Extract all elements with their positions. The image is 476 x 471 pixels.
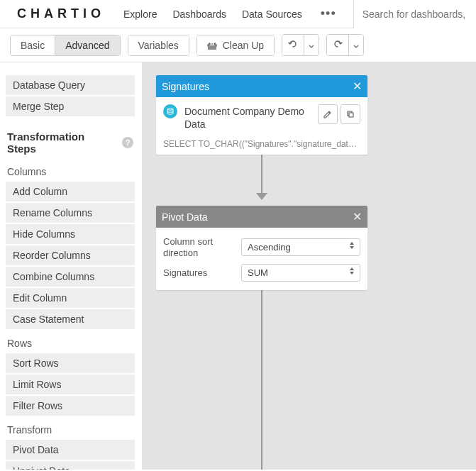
signatures-node-body: Document Company Demo Data SELECT TO_CHA…	[156, 97, 367, 155]
svg-rect-1	[349, 113, 353, 117]
redo-icon	[333, 39, 343, 49]
heading-label: Transformation Steps	[7, 131, 116, 155]
variables-group: Variables	[128, 35, 189, 56]
node-title: Pivot Data	[162, 211, 353, 223]
columns-subheading: Columns	[6, 159, 135, 182]
edit-button[interactable]	[318, 104, 338, 124]
sql-preview: SELECT TO_CHAR(("Signatures"."signature_…	[163, 136, 360, 149]
main: Database Query Merge Step Transformation…	[0, 62, 476, 470]
sidebar-item-pivot-data[interactable]: Pivot Data	[6, 440, 135, 460]
sidebar-item-rename-columns[interactable]: Rename Columns	[6, 203, 135, 223]
chevron-down-icon	[309, 45, 314, 49]
sidebar-item-sort-rows[interactable]: Sort Rows	[6, 353, 135, 373]
close-icon[interactable]: ✕	[353, 210, 362, 223]
nav-explore[interactable]: Explore	[123, 9, 157, 20]
search-container	[353, 0, 476, 28]
undo-dropdown[interactable]	[304, 35, 319, 55]
copy-icon	[346, 110, 355, 118]
column-sort-select[interactable]: Ascending	[241, 238, 360, 256]
undo-icon	[288, 39, 298, 49]
sidebar-item-limit-rows[interactable]: Limit Rows	[6, 375, 135, 394]
sidebar-item-edit-column[interactable]: Edit Column	[6, 288, 135, 308]
chevron-down-icon	[353, 45, 359, 49]
pivot-node[interactable]: Pivot Data ✕ Column sort direction Ascen…	[156, 206, 367, 290]
help-icon[interactable]: ?	[122, 137, 133, 148]
arrow-down-icon	[256, 193, 267, 200]
top-header: CHARTIO Explore Dashboards Data Sources …	[0, 0, 476, 28]
close-icon[interactable]: ✕	[353, 79, 362, 93]
sidebar-item-merge-step[interactable]: Merge Step	[6, 96, 135, 116]
cleanup-group: Clean Up	[197, 35, 275, 56]
copy-button[interactable]	[341, 104, 360, 124]
toolbar: Basic Advanced Variables Clean Up	[0, 28, 476, 62]
undo-button[interactable]	[282, 35, 304, 55]
redo-dropdown[interactable]	[349, 35, 363, 55]
pivot-node-body: Column sort direction Ascending Signatur…	[156, 228, 367, 290]
sidebar-item-unpivot-data[interactable]: Unpivot Data	[6, 461, 135, 470]
sidebar-item-reorder-columns[interactable]: Reorder Columns	[6, 245, 135, 265]
sidebar-item-combine-columns[interactable]: Combine Columns	[6, 267, 135, 287]
more-menu-icon[interactable]: •••	[318, 6, 339, 21]
mode-toggle: Basic Advanced	[10, 35, 121, 56]
sidebar-item-database-query[interactable]: Database Query	[6, 75, 135, 95]
basic-tab[interactable]: Basic	[11, 35, 55, 55]
logo: CHARTIO	[0, 6, 118, 21]
cleanup-icon	[207, 42, 217, 50]
nav-data-sources[interactable]: Data Sources	[242, 9, 302, 20]
column-sort-label: Column sort direction	[163, 236, 234, 258]
pivot-node-header[interactable]: Pivot Data ✕	[156, 206, 367, 228]
sidebar-item-case-statement[interactable]: Case Statement	[6, 309, 135, 329]
pencil-icon	[323, 110, 332, 118]
redo-button[interactable]	[327, 35, 349, 55]
search-input[interactable]	[353, 0, 476, 28]
node-title: Signatures	[162, 81, 353, 92]
signatures-label: Signatures	[163, 267, 234, 279]
sidebar-item-add-column[interactable]: Add Column	[6, 182, 135, 201]
pipeline-canvas[interactable]: Signatures ✕ Document Company Demo Data	[142, 62, 476, 470]
redo-group	[326, 34, 364, 56]
cleanup-button[interactable]: Clean Up	[197, 35, 274, 55]
transformation-steps-heading: Transformation Steps ?	[6, 118, 135, 159]
sidebar-item-filter-rows[interactable]: Filter Rows	[6, 396, 135, 416]
dataset-name: Document Company Demo Data	[184, 104, 311, 131]
top-nav: Explore Dashboards Data Sources •••	[118, 6, 339, 21]
rows-subheading: Rows	[6, 331, 135, 353]
undo-group	[282, 34, 319, 56]
datasource-icon	[163, 104, 177, 118]
advanced-tab[interactable]: Advanced	[55, 35, 119, 55]
transform-subheading: Transform	[6, 417, 135, 440]
signatures-node-header[interactable]: Signatures ✕	[156, 75, 367, 97]
sidebar: Database Query Merge Step Transformation…	[0, 62, 142, 470]
signatures-select[interactable]: SUM	[241, 264, 360, 282]
connector-line	[261, 265, 262, 470]
cleanup-label: Clean Up	[223, 40, 264, 51]
sidebar-item-hide-columns[interactable]: Hide Columns	[6, 224, 135, 244]
nav-dashboards[interactable]: Dashboards	[172, 9, 226, 20]
variables-button[interactable]: Variables	[128, 35, 189, 55]
signatures-node[interactable]: Signatures ✕ Document Company Demo Data	[156, 75, 367, 155]
